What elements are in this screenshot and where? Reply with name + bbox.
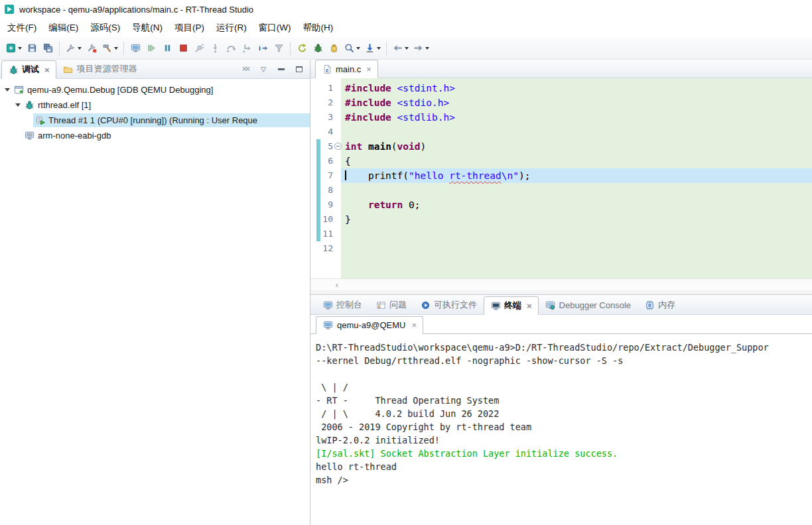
c-file-icon: c — [322, 64, 332, 74]
debug-tree[interactable]: qemu-a9.Qemu.Debug [GDB QEMU Debugging]r… — [0, 79, 310, 525]
code-line[interactable]: printf("hello rt-thread\n"); — [341, 168, 812, 183]
code-line[interactable]: return 0; — [341, 198, 812, 212]
toolbar: i — [0, 37, 812, 60]
window-title: workspace - qemu-a9/applications/main.c … — [19, 5, 253, 15]
editor-tab-main-c[interactable]: c main.c × — [315, 60, 378, 78]
tree-item-content: rtthread.elf [1] — [23, 98, 310, 112]
tree-item[interactable]: Thread #1 1 (CPU#0 [running]) (Running :… — [0, 113, 310, 128]
main-area: 调试×项目资源管理器××▽ qemu-a9.Qemu.Debug [GDB QE… — [0, 60, 812, 525]
code-line[interactable] — [341, 183, 812, 198]
code-line[interactable] — [341, 241, 812, 256]
step-filters-icon — [273, 43, 284, 54]
menu-help[interactable]: 帮助(H) — [297, 19, 339, 37]
load-binary-button[interactable] — [362, 40, 383, 57]
view-tab-console[interactable]: 控制台 — [316, 296, 369, 314]
step-filters-button[interactable] — [271, 40, 287, 57]
svg-text:i: i — [258, 44, 260, 52]
back-button[interactable] — [390, 40, 411, 57]
suspend-icon — [162, 43, 172, 54]
view-menu-button[interactable]: ▽ — [258, 64, 269, 74]
debug-button[interactable] — [310, 40, 326, 57]
step-over-button[interactable] — [223, 40, 239, 57]
code-line[interactable]: { — [341, 154, 812, 168]
dropdown-arrow-icon — [356, 47, 360, 50]
maximize-button[interactable] — [294, 64, 304, 74]
external-tools-button[interactable] — [326, 40, 342, 57]
expander-icon[interactable] — [3, 88, 12, 91]
instruction-step-button[interactable]: i — [255, 40, 271, 57]
save-button[interactable] — [24, 40, 40, 57]
view-tab-memory[interactable]: 0内存 — [638, 296, 682, 314]
code-line[interactable]: int main(void) — [341, 139, 812, 154]
step-return-button[interactable] — [239, 40, 255, 57]
save-all-button[interactable] — [40, 40, 56, 57]
maximize-icon — [296, 66, 303, 72]
disconnect-button[interactable] — [191, 40, 207, 57]
tree-item[interactable]: arm-none-eabi-gdb — [0, 128, 310, 143]
code-token: ) — [421, 141, 427, 152]
view-tab-terminal[interactable]: 终端× — [484, 296, 539, 315]
close-icon[interactable]: × — [366, 65, 372, 74]
menu-file[interactable]: 文件(F) — [1, 19, 42, 37]
close-icon[interactable]: × — [44, 66, 50, 74]
code-line[interactable]: #include <stdlib.h> — [341, 110, 812, 125]
forward-button[interactable] — [411, 40, 431, 57]
tree-item[interactable]: qemu-a9.Qemu.Debug [GDB QEMU Debugging] — [0, 82, 310, 97]
view-tab-project-explorer[interactable]: 项目资源管理器 — [56, 60, 144, 78]
tools-button[interactable] — [84, 40, 100, 57]
search-icon — [344, 43, 354, 54]
terminate-button[interactable] — [175, 40, 191, 57]
terminal-session-tab[interactable]: qemu-a9@QEMU × — [316, 316, 423, 334]
code-token: "hello — [409, 170, 449, 181]
suspend-button[interactable] — [159, 40, 175, 57]
code-area[interactable]: #include <stdint.h>#include <stdio.h>#in… — [341, 78, 812, 278]
refresh-button[interactable] — [294, 40, 310, 57]
close-icon[interactable]: × — [412, 321, 417, 329]
code-token: \n" — [502, 170, 519, 181]
code-line[interactable]: #include <stdio.h> — [341, 95, 812, 110]
right-panel: c main.c × 123456789101112 #include <std… — [310, 60, 812, 525]
menu-project[interactable]: 项目(P) — [169, 19, 210, 37]
menu-navigate[interactable]: 导航(N) — [126, 19, 169, 37]
code-line[interactable]: } — [341, 212, 812, 227]
toolbar-separator — [123, 42, 124, 55]
code-token: printf — [368, 170, 403, 181]
view-tab-label: Debugger Console — [559, 300, 631, 310]
code-token: rt-thread — [449, 170, 502, 181]
external-tools-icon — [328, 43, 339, 54]
line-number: 7 — [313, 168, 333, 183]
titlebar: workspace - qemu-a9/applications/main.c … — [0, 0, 812, 19]
view-tab-debug[interactable]: 调试× — [1, 60, 56, 79]
resume-button[interactable] — [143, 40, 159, 57]
view-tab-executables[interactable]: 可执行文件 — [413, 296, 484, 314]
wrench-button[interactable] — [63, 40, 84, 57]
view-tab-label: 内存 — [658, 299, 675, 311]
menu-edit[interactable]: 编辑(E) — [42, 19, 84, 37]
scroll-left-icon[interactable]: ‹ — [310, 280, 341, 290]
editor-horizontal-scrollbar[interactable]: ‹ — [310, 278, 812, 290]
new-button[interactable] — [3, 40, 24, 57]
search-button[interactable] — [342, 40, 362, 57]
minimize-button[interactable] — [276, 64, 287, 74]
terminal-line: D:\RT-ThreadStudio\workspace\qemu-a9>D:/… — [316, 341, 812, 354]
close-icon[interactable]: × — [527, 302, 532, 310]
toolbar-separator — [59, 42, 60, 55]
view-tab-label: 项目资源管理器 — [77, 63, 137, 75]
tree-item[interactable]: rtthread.elf [1] — [0, 97, 310, 113]
menu-run[interactable]: 运行(R) — [210, 19, 253, 37]
expander-icon[interactable] — [13, 103, 23, 107]
step-into-button[interactable] — [207, 40, 223, 57]
view-tab-problems[interactable]: 问题 — [369, 296, 413, 314]
show-console-button[interactable] — [127, 40, 143, 57]
code-line[interactable] — [341, 227, 812, 241]
clear-terminated-button[interactable]: ×× — [240, 64, 251, 74]
terminal-line: - RT - Thread Operating System — [316, 394, 812, 407]
code-editor[interactable]: 123456789101112 #include <stdint.h>#incl… — [310, 78, 812, 278]
code-line[interactable]: #include <stdint.h> — [341, 81, 812, 95]
menu-source[interactable]: 源码(S) — [84, 19, 126, 37]
menu-window[interactable]: 窗口(W) — [253, 19, 297, 37]
terminal-output[interactable]: D:\RT-ThreadStudio\workspace\qemu-a9>D:/… — [310, 334, 812, 525]
view-tab-debugger-console[interactable]: Debugger Console — [539, 296, 638, 314]
build-button[interactable] — [100, 40, 120, 57]
code-line[interactable] — [341, 125, 812, 139]
